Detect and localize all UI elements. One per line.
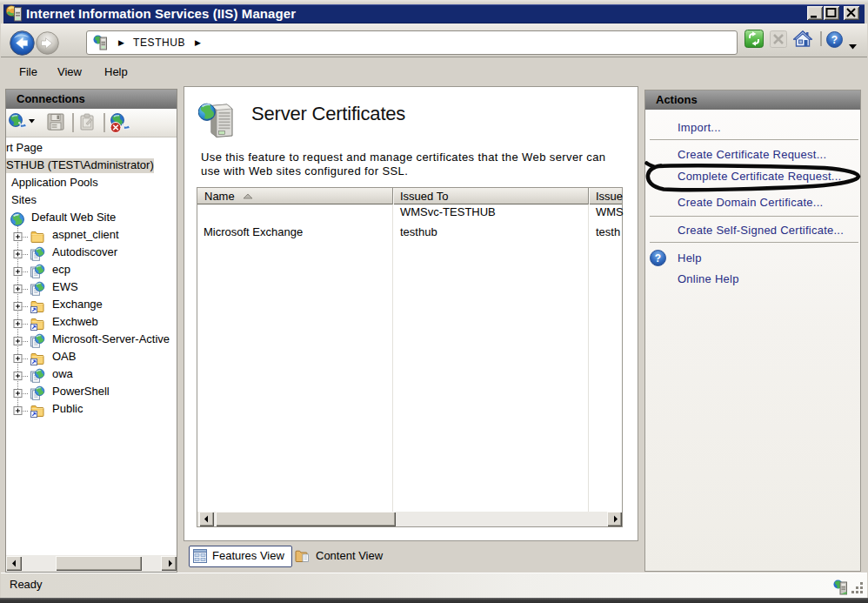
svg-text:?: ?	[655, 252, 661, 265]
svg-text:?: ?	[831, 34, 838, 46]
